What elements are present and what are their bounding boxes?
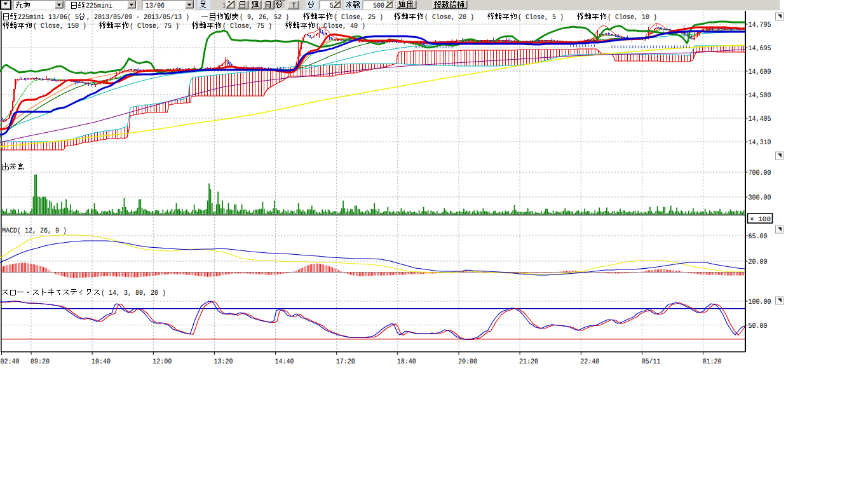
svg-text:700.00: 700.00 [749, 169, 771, 177]
svg-text:50.00: 50.00 [749, 322, 768, 330]
svg-text:MACD( 12, 26, 9 ): MACD( 12, 26, 9 ) [2, 227, 67, 235]
svg-text:13/06: 13/06 [146, 2, 165, 10]
svg-text:500: 500 [373, 2, 384, 10]
svg-text:22:40: 22:40 [580, 358, 599, 366]
svg-text:10:40: 10:40 [92, 358, 111, 366]
svg-text:09:20: 09:20 [31, 358, 50, 366]
svg-text:225mini: 225mini [86, 2, 112, 10]
svg-text:1: 1 [222, 2, 227, 10]
svg-text:( Close, 150 ): ( Close, 150 ) [33, 22, 86, 30]
svg-text:( Close, 5 ): ( Close, 5 ) [518, 13, 564, 22]
svg-text:( Close, 40 ): ( Close, 40 ) [316, 22, 365, 30]
svg-text:12:00: 12:00 [153, 358, 172, 366]
svg-text:225mini 13/06( 5: 225mini 13/06( 5 [18, 13, 79, 22]
svg-text:( Close, 75 ): ( Close, 75 ) [130, 22, 179, 30]
svg-text:65.00: 65.00 [749, 233, 768, 241]
svg-text:14,500: 14,500 [749, 92, 771, 100]
svg-text:01:20: 01:20 [703, 358, 722, 366]
svg-text:( Close, 10 ): ( Close, 10 ) [607, 13, 657, 22]
svg-text:05/11: 05/11 [641, 358, 660, 366]
svg-text:20.00: 20.00 [749, 258, 768, 266]
svg-text:02:40: 02:40 [1, 358, 20, 366]
svg-text:, 2013/05/09 - 2013/05/13 ): , 2013/05/09 - 2013/05/13 ) [86, 13, 189, 22]
svg-text:( Close, 25 ): ( Close, 25 ) [334, 13, 383, 22]
svg-text:14:40: 14:40 [275, 358, 294, 366]
svg-text:( 9, 26, 52 ): ( 9, 26, 52 ) [240, 13, 289, 22]
svg-text:14,695: 14,695 [749, 44, 771, 53]
svg-text:× 100: × 100 [750, 216, 771, 224]
svg-text:300.00: 300.00 [749, 194, 771, 202]
svg-text:13:20: 13:20 [214, 358, 233, 366]
svg-text:( 14, 3, 80, 20 ): ( 14, 3, 80, 20 ) [101, 289, 166, 297]
svg-text:100.00: 100.00 [749, 298, 771, 306]
svg-text:18:40: 18:40 [397, 358, 416, 366]
svg-text:( Close, 20 ): ( Close, 20 ) [424, 13, 474, 22]
svg-text:21:20: 21:20 [519, 358, 538, 366]
svg-text:T: T [292, 2, 296, 10]
svg-text:14,600: 14,600 [749, 68, 771, 76]
svg-text:14,795: 14,795 [749, 21, 771, 29]
svg-text:20:00: 20:00 [458, 358, 477, 366]
svg-text:14,405: 14,405 [749, 115, 771, 123]
svg-text:14,310: 14,310 [749, 139, 771, 147]
svg-text:17:20: 17:20 [336, 358, 355, 366]
svg-text:( Close, 75 ): ( Close, 75 ) [222, 22, 272, 30]
